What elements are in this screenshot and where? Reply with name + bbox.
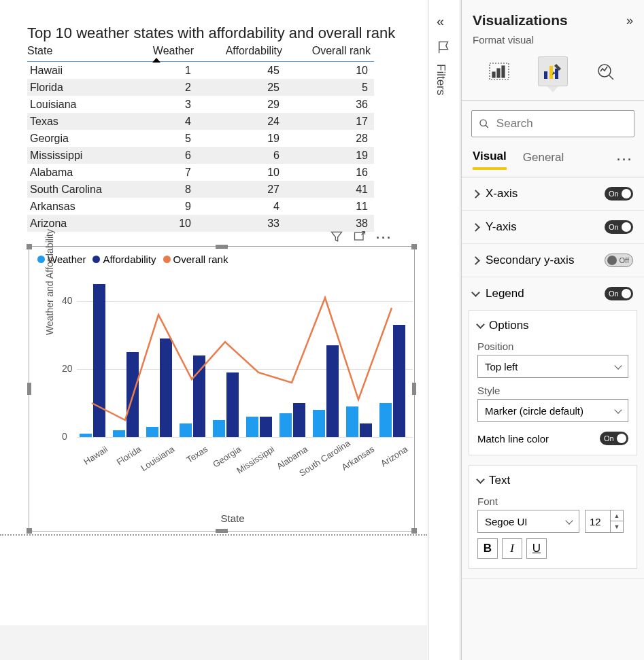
chevron-down-icon [476,475,485,484]
chevron-up-icon[interactable]: ▲ [611,510,623,521]
table-row[interactable]: Louisiana32936 [27,96,374,113]
chevron-down-icon[interactable]: ▼ [611,521,623,532]
font-family-select[interactable]: Segoe UI [477,510,579,533]
col-header-overall-rank[interactable]: Overall rank [282,45,371,57]
svg-rect-6 [549,66,553,79]
legend-options-card: Options Position Top left Style Marker (… [469,310,637,455]
filters-pane-label: Filters [434,64,447,95]
bookmark-icon[interactable] [437,39,452,57]
chevron-down-icon [614,406,622,413]
chevron-right-icon [471,256,480,265]
font-label: Font [477,496,628,507]
table-row[interactable]: Mississippi6619 [27,147,374,164]
more-options-icon[interactable]: ··· [376,231,392,245]
y-axis-label: Weather and Affordability [44,229,55,335]
table-row[interactable]: Georgia51928 [27,130,374,147]
tab-visual[interactable]: Visual [473,150,507,170]
toggle-legend[interactable]: On [605,287,633,300]
svg-rect-3 [497,69,500,77]
resize-handle[interactable] [216,245,228,249]
toggle-x-axis[interactable]: On [605,187,633,201]
section-x-axis[interactable]: X-axis On [462,177,644,210]
match-line-color-label: Match line color [477,433,549,445]
svg-rect-4 [502,66,505,77]
col-header-affordability[interactable]: Affordability [194,45,282,57]
filters-pane-collapsed[interactable]: « Filters [428,0,460,660]
chevron-down-icon [565,517,573,524]
search-field[interactable] [496,117,627,131]
panel-title: Visualizations [473,12,568,29]
format-search-input[interactable] [471,110,634,137]
chart-legend: WeatherAffordabilityOverall rank [37,254,228,265]
tab-general[interactable]: General [523,151,564,169]
position-label: Position [477,341,628,352]
line-series [77,274,413,478]
legend-options-header[interactable]: Options [477,319,628,332]
resize-handle[interactable] [411,244,417,249]
toggle-y-axis[interactable]: On [605,220,633,234]
position-select[interactable]: Top left [477,355,628,378]
toggle-secondary-y-axis[interactable]: Off [605,254,633,267]
legend-text-card: Text Font Segoe UI ▲ ▼ B I U [469,465,637,569]
style-label: Style [477,385,628,396]
x-axis-label: State [220,513,244,524]
chart-visual[interactable]: WeatherAffordabilityOverall rank Weather… [29,246,415,532]
italic-button[interactable]: I [502,538,522,559]
underline-button[interactable]: U [526,538,547,559]
svg-rect-7 [555,69,558,79]
table-row[interactable]: Alabama71016 [27,164,374,181]
focus-mode-icon[interactable] [353,230,367,246]
svg-rect-0 [355,232,364,240]
table-row[interactable]: Florida2255 [27,79,374,96]
format-visual-icon[interactable] [538,56,568,86]
section-secondary-y-axis[interactable]: Secondary y-axis Off [462,244,644,277]
bold-button[interactable]: B [477,538,498,559]
plot-area: Weather and Affordability 02040HawaiiFlo… [52,274,413,532]
chevron-right-double-icon[interactable]: » [626,14,633,28]
chevron-right-icon [471,190,480,198]
section-legend[interactable]: Legend On [462,277,644,310]
resize-handle[interactable] [27,244,32,249]
col-header-state[interactable]: State [27,45,119,57]
resize-handle[interactable] [27,528,32,534]
chevron-left-double-icon[interactable]: « [437,14,444,29]
chevron-down-icon [614,362,622,369]
table-row[interactable]: Texas42417 [27,113,374,130]
col-header-weather[interactable]: Weather [119,45,194,57]
legend-text-header[interactable]: Text [477,474,628,487]
toggle-match-line-color[interactable]: On [600,432,628,445]
search-icon [479,118,490,130]
build-visual-icon[interactable] [484,56,514,86]
visual-title: Top 10 weather states with affordability… [27,24,395,42]
table-row[interactable]: Arizona103338 [27,215,374,232]
chevron-down-icon [476,320,485,329]
page-boundary [0,534,427,536]
svg-point-9 [480,120,486,126]
tab-more-icon[interactable]: ··· [617,153,633,167]
section-y-axis[interactable]: Y-axis On [462,211,644,243]
panel-subtitle: Format visual [462,34,644,52]
table-row[interactable]: Arkansas9411 [27,198,374,215]
sort-asc-icon [152,58,160,63]
style-select[interactable]: Marker (circle default) [477,399,628,422]
chevron-right-icon [471,223,480,232]
font-size-input[interactable] [585,510,611,533]
table-row[interactable]: Hawaii14510 [27,62,374,79]
canvas-background [0,625,427,660]
svg-rect-5 [544,71,547,79]
chevron-down-icon [471,288,480,297]
resize-handle[interactable] [27,383,31,395]
table-row[interactable]: South Carolina82741 [27,181,374,198]
visualizations-panel: Visualizations » Format visual Visual Ge… [461,0,644,660]
font-size-spinner[interactable]: ▲ ▼ [611,510,624,533]
data-table: State Weather Affordability Overall rank… [27,45,374,232]
svg-rect-2 [492,72,495,77]
analytics-icon[interactable] [592,56,622,86]
filter-icon[interactable] [330,230,343,246]
